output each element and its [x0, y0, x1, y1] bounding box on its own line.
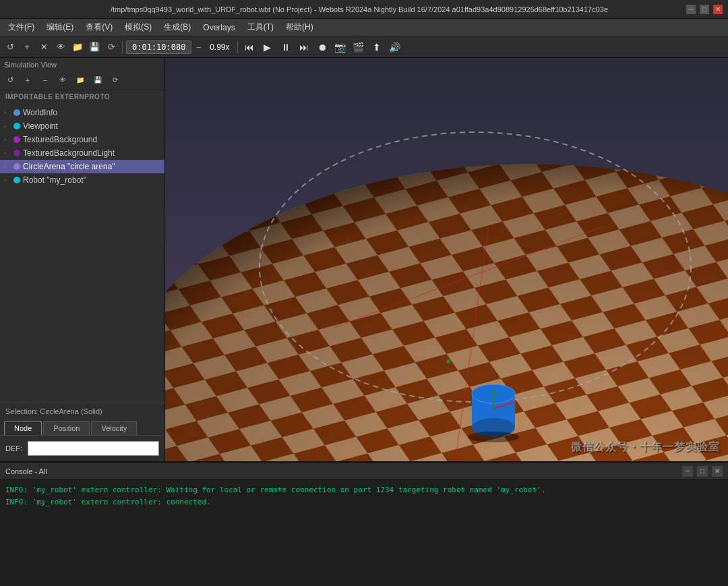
- tree-item-circlearena[interactable]: ›CircleArena "circle arena": [0, 160, 164, 173]
- tabs-row: NodePositionVelocity: [0, 418, 164, 436]
- def-input[interactable]: [28, 441, 159, 456]
- menu-item-edit[interactable]: 编辑(E): [41, 20, 79, 34]
- save-button[interactable]: 💾: [87, 40, 102, 55]
- viewport[interactable]: [165, 58, 728, 483]
- tab-node[interactable]: Node: [4, 421, 42, 435]
- tree-dot-robot: [13, 177, 20, 183]
- speed-display: 0.99x: [206, 41, 233, 53]
- menu-item-tools[interactable]: 工具(T): [242, 20, 279, 34]
- divider-2: [237, 41, 238, 53]
- revert-button[interactable]: ↺: [3, 40, 18, 55]
- console-header: Console - All ─ □ ✕: [0, 463, 728, 480]
- svg-point-18: [446, 359, 450, 363]
- movie-button[interactable]: 🎬: [351, 39, 367, 55]
- menu-item-overlays[interactable]: Overlays: [198, 22, 240, 34]
- top-toolbar: ↺ + ✕ 👁 📁 💾 ⟳ 0:01:10:080 – 0.99x ⏮ ▶ ⏸ …: [0, 36, 728, 58]
- menu-item-help[interactable]: 帮助(H): [280, 20, 319, 34]
- tree-dot-circlearena: [13, 163, 20, 170]
- reset-button[interactable]: ⟳: [104, 40, 119, 55]
- tree-label-circlearena: CircleArena "circle arena": [23, 162, 115, 171]
- console-minimize[interactable]: ─: [682, 466, 693, 477]
- console-close[interactable]: ✕: [712, 466, 723, 477]
- sim-reload-btn[interactable]: ⟳: [108, 73, 123, 88]
- console-line: INFO: 'my_robot' extern controller: Wait…: [5, 484, 723, 496]
- tree-arrow-robot: ›: [4, 177, 11, 183]
- def-row: DEF:: [0, 436, 164, 461]
- tree-dot-texturedbg: [13, 136, 20, 143]
- importable-header: IMPORTABLE EXTERNPROTO: [0, 90, 164, 103]
- close-button[interactable]: ✕: [713, 5, 723, 14]
- console-title: Console - All: [5, 467, 47, 475]
- title-controls: ─ □ ✕: [686, 5, 723, 14]
- play-button[interactable]: ▶: [260, 39, 276, 55]
- tree-label-robot: Robot "my_robot": [23, 175, 86, 185]
- tree-arrow-viewpoint: ›: [4, 123, 11, 129]
- tree-arrow-texturedbg: ›: [4, 136, 11, 143]
- maximize-button[interactable]: □: [700, 5, 709, 14]
- tree-label-worldinfo: WorldInfo: [23, 108, 57, 117]
- menu-item-file[interactable]: 文件(F): [3, 20, 40, 34]
- def-label: DEF:: [5, 444, 22, 452]
- tree-dot-viewpoint: [13, 123, 20, 129]
- step-back-button[interactable]: ⏮: [241, 39, 257, 55]
- speaker-button[interactable]: 🔊: [387, 39, 403, 55]
- console-restore[interactable]: □: [697, 466, 708, 477]
- divider-1: [122, 41, 123, 53]
- tree-item-texturedbg[interactable]: ›TexturedBackground: [0, 133, 164, 146]
- scene-tree: ›WorldInfo›Viewpoint›TexturedBackground›…: [0, 103, 164, 403]
- scene-svg: [165, 58, 728, 483]
- console-line: INFO: 'my_robot' extern controller: conn…: [5, 496, 723, 508]
- tree-item-viewpoint[interactable]: ›Viewpoint: [0, 119, 164, 133]
- main-layout: Simulation View ↺ + − 👁 📁 💾 ⟳ IMPORTABLE…: [0, 58, 728, 483]
- pause-button[interactable]: ⏸: [278, 39, 294, 55]
- tree-label-texturedbg: TexturedBackground: [23, 135, 97, 144]
- minimize-button[interactable]: ─: [686, 5, 696, 14]
- sim-visibility-btn[interactable]: 👁: [55, 73, 70, 88]
- tree-dot-worldinfo: [13, 109, 20, 116]
- console-controls: ─ □ ✕: [682, 466, 723, 477]
- sim-toolbar: ↺ + − 👁 📁 💾 ⟳: [0, 70, 164, 90]
- tab-position[interactable]: Position: [43, 421, 90, 435]
- tree-item-worldinfo[interactable]: ›WorldInfo: [0, 106, 164, 119]
- tree-item-robot[interactable]: ›Robot "my_robot": [0, 173, 164, 187]
- tree-label-viewpoint: Viewpoint: [23, 121, 58, 131]
- console-area: Console - All ─ □ ✕ INFO: 'my_robot' ext…: [0, 461, 728, 586]
- record-button[interactable]: ⏺: [314, 39, 330, 55]
- share-button[interactable]: ⬆: [369, 39, 385, 55]
- tab-velocity[interactable]: Velocity: [91, 421, 137, 435]
- window-title: /tmp/tmps0qq9493_world_with_URDF_robot.w…: [32, 5, 686, 13]
- menu-item-build[interactable]: 生成(B): [158, 20, 196, 34]
- selection-info: Selection: CircleArena (Solid): [0, 403, 164, 418]
- left-panel: Simulation View ↺ + − 👁 📁 💾 ⟳ IMPORTABLE…: [0, 58, 165, 483]
- sim-save-btn[interactable]: 💾: [90, 73, 105, 88]
- remove-node-button[interactable]: ✕: [36, 40, 51, 55]
- eye-button[interactable]: 👁: [53, 40, 68, 55]
- sim-add-btn[interactable]: +: [20, 73, 35, 88]
- fast-forward-button[interactable]: ⏭: [296, 39, 312, 55]
- menu-item-simulate[interactable]: 模拟(S): [119, 20, 157, 34]
- folder-button[interactable]: 📁: [70, 40, 85, 55]
- title-bar: /tmp/tmps0qq9493_world_with_URDF_robot.w…: [0, 0, 728, 19]
- time-separator: –: [193, 42, 204, 52]
- simulation-view-label: Simulation View: [0, 58, 164, 70]
- menu-item-view[interactable]: 查看(V): [80, 20, 118, 34]
- time-display: 0:01:10:080: [126, 40, 191, 54]
- sim-open-btn[interactable]: 📁: [73, 73, 88, 88]
- svg-point-14: [468, 432, 519, 442]
- tree-arrow-circlearena: ›: [4, 163, 11, 170]
- add-node-button[interactable]: +: [20, 40, 34, 55]
- tree-item-texturedbglight[interactable]: ›TexturedBackgroundLight: [0, 146, 164, 160]
- sim-reset-btn[interactable]: ↺: [3, 73, 18, 88]
- menu-bar: 文件(F)编辑(E)查看(V)模拟(S)生成(B)Overlays工具(T)帮助…: [0, 19, 728, 36]
- sim-remove-btn[interactable]: −: [38, 73, 53, 88]
- tree-dot-texturedbglight: [13, 150, 20, 156]
- screenshot-button[interactable]: 📷: [332, 39, 348, 55]
- tree-arrow-texturedbglight: ›: [4, 150, 11, 156]
- tree-arrow-worldinfo: ›: [4, 109, 11, 116]
- tree-label-texturedbglight: TexturedBackgroundLight: [23, 148, 115, 158]
- console-body: INFO: 'my_robot' extern controller: Wait…: [0, 480, 728, 512]
